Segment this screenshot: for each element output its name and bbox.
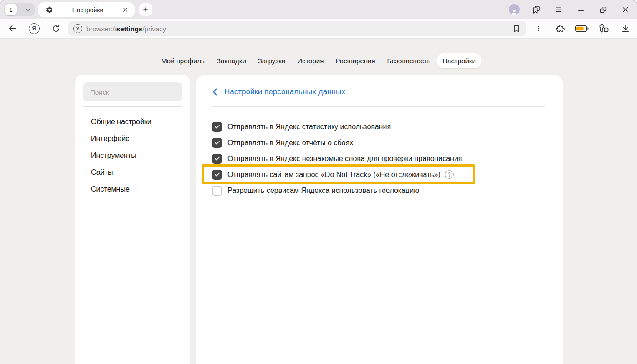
tab-group-control[interactable]: 1 [4,3,35,16]
address-bar[interactable]: Y browser://settings/privacy [68,21,526,36]
maximize-button[interactable] [592,0,614,19]
checkbox-checked[interactable] [212,122,222,132]
checkbox-checked[interactable] [212,138,222,148]
browser-window: 1 Настройки [0,0,637,364]
nav-tab-5[interactable]: Расширения [329,53,381,68]
profile-avatar[interactable] [503,0,525,19]
search-placeholder: Поиск [90,88,109,96]
sidebar-item-5[interactable]: Системные [91,181,152,197]
url-text[interactable]: browser://settings/privacy [86,25,166,33]
setting-row-5: Разрешить сервисам Яндекса использовать … [212,182,549,198]
tab-bar: 1 Настройки [0,0,637,19]
new-tab-button[interactable] [139,3,152,16]
settings-nav-tabs: Мой профильЗакладкиЗагрузкиИсторияРасшир… [0,53,637,68]
setting-row-2: Отправлять в Яндекс отчёты о сбоях [212,135,549,151]
setting-label: Отправлять в Яндекс отчёты о сбоях [228,139,353,147]
settings-panel: Настройки персональных данных Отправлять… [196,75,563,364]
gear-icon [46,6,53,14]
bookmark-icon[interactable] [512,24,521,35]
nav-tab-3[interactable]: Загрузки [252,53,291,68]
search-input[interactable]: Поиск [83,82,182,101]
setting-label: Отправлять в Яндекс статистику использов… [228,123,391,131]
yandex-logo-icon: Я [29,23,40,34]
nav-tab-6[interactable]: Безопасность [381,53,437,68]
address-toolbar: Я Y browser://settings/privacy [0,19,637,39]
close-window-button[interactable] [614,0,637,19]
help-icon[interactable]: ? [445,170,454,179]
wallet-icon[interactable] [593,19,615,39]
minimize-button[interactable] [570,0,592,19]
settings-sidebar: Поиск Общие настройкиИнтерфейсИнструмент… [75,75,190,364]
nav-tab-1[interactable]: Мой профиль [155,53,211,68]
setting-label: Разрешить сервисам Яндекса использовать … [228,187,419,195]
setting-row-1: Отправлять в Яндекс статистику использов… [212,119,549,135]
chevron-down-icon[interactable] [21,3,35,16]
nav-tab-4[interactable]: История [291,53,329,68]
tab-counter[interactable]: 1 [5,4,17,15]
setting-label: Отправлять сайтам запрос «Do Not Track» … [228,171,440,179]
checkbox-checked[interactable] [212,154,222,164]
tab-title: Настройки [53,6,122,14]
downloads-icon[interactable] [615,19,637,39]
nav-tab-2[interactable]: Закладки [211,53,252,68]
tab-close-icon[interactable] [122,7,128,13]
setting-row-4: Отправлять сайтам запрос «Do Not Track» … [212,167,549,182]
sidebar-item-4[interactable]: Сайты [91,164,152,181]
site-icon: Y [73,24,82,33]
settings-page: Мой профильЗакладкиЗагрузкиИсторияРасшир… [0,39,637,364]
nav-tab-7[interactable]: Настройки [436,53,482,68]
yandex-logo-button[interactable]: Я [23,19,45,39]
extensions-icon[interactable] [549,19,571,39]
menu-icon[interactable] [547,0,570,19]
checkbox-unchecked[interactable] [212,186,222,196]
avatar-icon [509,4,520,15]
sidebar-section-list: Общие настройкиИнтерфейсИнструментыСайты… [91,113,152,197]
more-actions-icon[interactable] [527,19,549,39]
reload-button[interactable] [45,19,67,39]
panel-divider [212,106,545,107]
sidebar-item-2[interactable]: Интерфейс [91,130,152,147]
setting-row-3: Отправлять в Яндекс незнакомые слова для… [212,151,549,167]
browser-tab-settings[interactable]: Настройки [38,2,135,17]
checkbox-checked[interactable] [212,170,222,180]
panels-icon[interactable] [525,0,547,19]
setting-label: Отправлять в Яндекс незнакомые слова для… [228,155,462,163]
checkbox-list: Отправлять в Яндекс статистику использов… [212,119,549,198]
page-title: Настройки персональных данных [224,87,345,96]
back-chevron-icon[interactable] [212,88,217,96]
sidebar-item-1[interactable]: Общие настройки [91,113,152,130]
back-button[interactable] [1,19,23,39]
sidebar-item-3[interactable]: Инструменты [91,147,152,164]
sidebar-divider [83,106,182,107]
battery-icon[interactable] [571,19,593,39]
